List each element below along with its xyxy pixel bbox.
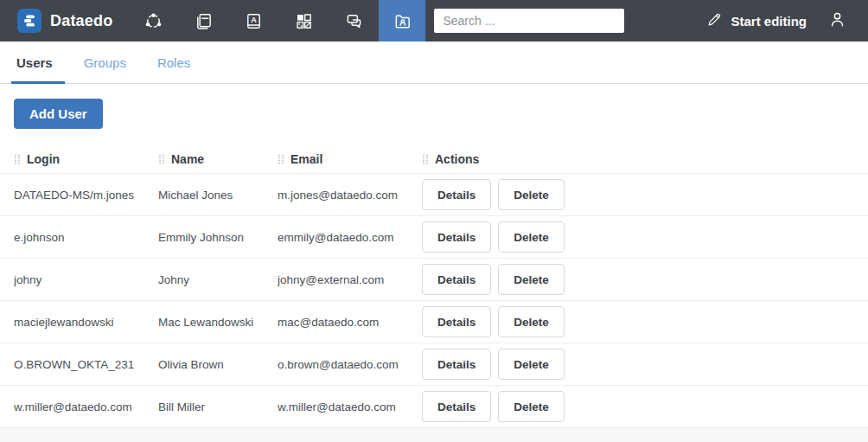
column-header-name[interactable]: Name [158, 152, 278, 166]
brand[interactable]: Dataedo [0, 9, 128, 33]
tab-users[interactable]: Users [15, 42, 54, 83]
email-cell: o.brown@dataedo.com [278, 358, 422, 371]
email-cell: johny@external.com [278, 273, 422, 286]
drag-handle-icon[interactable] [278, 154, 284, 164]
name-cell: Mac Lewandowski [158, 316, 278, 329]
delete-button[interactable]: Delete [498, 306, 565, 337]
tab-groups[interactable]: Groups [82, 42, 128, 83]
table-row: e.johnson Emmily Johnson emmily@dataedo.… [0, 215, 868, 258]
delete-button[interactable]: Delete [498, 264, 565, 295]
column-header-login[interactable]: Login [14, 152, 158, 166]
details-button[interactable]: Details [422, 349, 491, 380]
actions-cell: Details Delete [422, 391, 868, 422]
footer-strip [0, 427, 868, 442]
tabbar: Users Groups Roles [0, 42, 868, 84]
login-cell: w.miller@dataedo.com [14, 400, 158, 413]
table-row: DATAEDO-MS/m.jones Michael Jones m.jones… [0, 173, 868, 215]
search-input[interactable] [434, 9, 624, 33]
share-network-icon [144, 11, 163, 31]
actions-cell: Details Delete [422, 306, 868, 337]
nav-item-dictionary[interactable]: A [228, 0, 278, 42]
column-label: Actions [435, 152, 479, 166]
details-button[interactable]: Details [422, 179, 491, 210]
actions-cell: Details Delete [422, 179, 868, 210]
navbar-right: Start editing [706, 10, 868, 33]
actions-cell: Details Delete [422, 264, 868, 295]
login-cell: e.johnson [14, 231, 158, 244]
delete-button[interactable]: Delete [498, 221, 565, 253]
email-cell: w.miller@dataedo.com [278, 400, 422, 413]
drag-handle-icon[interactable] [14, 154, 21, 164]
users-folder-icon [393, 11, 412, 31]
user-icon [827, 10, 847, 33]
login-cell: O.BROWN_OKTA_231 [14, 358, 158, 371]
column-header-actions[interactable]: Actions [422, 152, 868, 166]
drag-handle-icon[interactable] [422, 154, 429, 164]
name-cell: Olivia Brown [158, 358, 278, 371]
table-row: w.miller@dataedo.com Bill Miller w.mille… [0, 385, 868, 427]
email-cell: m.jones@dataedo.com [278, 189, 422, 202]
login-cell: maciejlewandowski [14, 316, 158, 329]
table-row: O.BROWN_OKTA_231 Olivia Brown o.brown@da… [0, 343, 868, 385]
name-cell: Bill Miller [158, 400, 278, 413]
nav-item-comments[interactable] [329, 0, 379, 42]
email-cell: emmily@dataedo.com [278, 231, 422, 244]
name-cell: Michael Jones [158, 189, 278, 202]
details-button[interactable]: Details [422, 221, 491, 253]
login-cell: johny [14, 273, 158, 286]
actions-cell: Details Delete [422, 349, 868, 380]
column-label: Name [171, 152, 204, 166]
svg-text:A: A [251, 16, 257, 24]
details-button[interactable]: Details [422, 391, 491, 422]
name-cell: Johny [158, 273, 278, 286]
table-row: maciejlewandowski Mac Lewandowski mac@da… [0, 300, 868, 343]
table-header-row: Login Name Email [0, 145, 868, 173]
start-editing-button[interactable]: Start editing [706, 11, 807, 30]
dictionary-icon: A [244, 11, 264, 31]
table-body: DATAEDO-MS/m.jones Michael Jones m.jones… [0, 173, 868, 427]
users-table: Login Name Email [0, 145, 868, 427]
dataedo-logo-icon [17, 9, 41, 33]
delete-button[interactable]: Delete [498, 391, 565, 422]
nav-item-documentation[interactable] [178, 0, 228, 42]
login-cell: DATAEDO-MS/m.jones [14, 189, 158, 202]
column-label: Email [290, 152, 322, 166]
email-cell: mac@dataedo.com [278, 316, 422, 329]
delete-button[interactable]: Delete [498, 179, 565, 210]
start-editing-label: Start editing [731, 14, 807, 29]
modules-icon [294, 11, 314, 31]
user-menu-button[interactable] [827, 10, 847, 33]
actions-cell: Details Delete [422, 221, 868, 253]
details-button[interactable]: Details [422, 306, 491, 337]
content-toolbar: Add User [0, 84, 868, 129]
pencil-icon [706, 11, 723, 30]
column-header-email[interactable]: Email [278, 152, 422, 166]
comments-icon [344, 11, 364, 31]
add-user-button[interactable]: Add User [14, 99, 103, 129]
documentation-icon [194, 11, 214, 31]
nav-item-modules[interactable] [278, 0, 329, 42]
brand-name: Dataedo [50, 12, 112, 30]
nav-item-users[interactable] [379, 0, 425, 42]
name-cell: Emmily Johnson [158, 231, 278, 244]
nav-item-erd[interactable] [128, 0, 178, 42]
top-navbar: Dataedo A [0, 0, 868, 42]
details-button[interactable]: Details [422, 264, 491, 295]
delete-button[interactable]: Delete [498, 349, 565, 380]
column-label: Login [27, 152, 60, 166]
drag-handle-icon[interactable] [158, 154, 165, 164]
tab-roles[interactable]: Roles [156, 42, 192, 83]
table-row: johny Johny johny@external.com Details D… [0, 258, 868, 300]
